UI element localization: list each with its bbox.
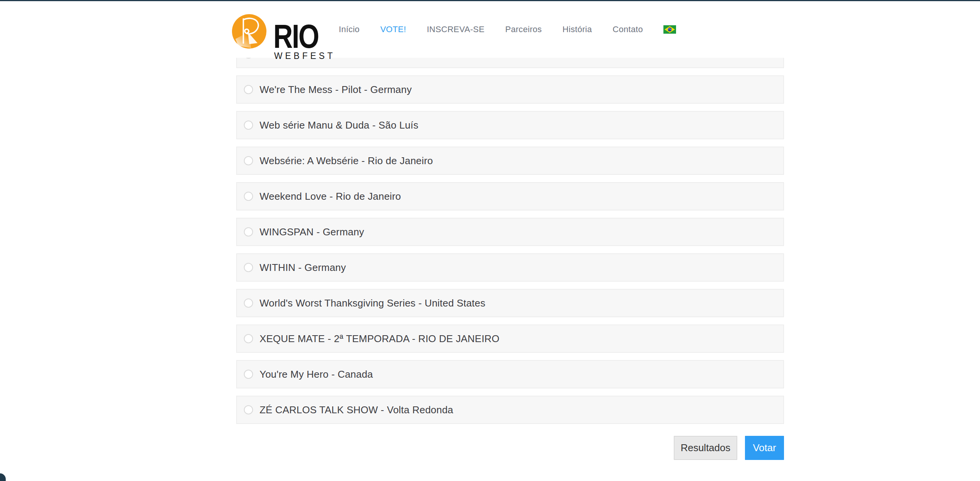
- nav-item-parceiros[interactable]: Parceiros: [505, 24, 542, 34]
- radio-button-icon[interactable]: [244, 85, 253, 94]
- radio-button-icon[interactable]: [244, 405, 253, 414]
- nav-item-incio[interactable]: Início: [339, 24, 359, 34]
- nav-item-inscrevase[interactable]: INSCREVA-SE: [427, 24, 485, 34]
- poll-option-row-1[interactable]: We're The Mess - Pilot - Germany: [236, 75, 784, 104]
- top-accent-bar: [0, 0, 980, 1]
- poll-option-label: ZÉ CARLOS TALK SHOW - Volta Redonda: [260, 404, 453, 416]
- poll-option-label: You're My Hero - Canada: [260, 368, 373, 380]
- results-button[interactable]: Resultados: [674, 436, 737, 460]
- nav-item-histria[interactable]: História: [562, 24, 592, 34]
- poll-option-label: World's Worst Thanksgiving Series - Unit…: [260, 297, 485, 309]
- poll-option-row-6[interactable]: WITHIN - Germany: [236, 253, 784, 282]
- poll-option-row-3[interactable]: Websérie: A Websérie - Rio de Janeiro: [236, 147, 784, 175]
- poll-option-row-9[interactable]: You're My Hero - Canada: [236, 360, 784, 388]
- poll-option-row-4[interactable]: Weekend Love - Rio de Janeiro: [236, 182, 784, 210]
- poll-option-label: XEQUE MATE - 2ª TEMPORADA - RIO DE JANEI…: [260, 333, 500, 345]
- radio-button-icon[interactable]: [244, 121, 253, 130]
- radio-button-icon[interactable]: [244, 156, 253, 165]
- logo-wordmark: RIO: [273, 20, 318, 53]
- nav-item-contato[interactable]: Contato: [612, 24, 643, 34]
- poll-option-row-10[interactable]: ZÉ CARLOS TALK SHOW - Volta Redonda: [236, 396, 784, 424]
- radio-button-icon[interactable]: [244, 370, 253, 379]
- poll-option-label: Weekend Love - Rio de Janeiro: [260, 191, 401, 202]
- nav-item-vote[interactable]: VOTE!: [380, 24, 406, 34]
- site-header: RIO WEBFEST InícioVOTE!INSCREVA-SEParcei…: [0, 1, 980, 58]
- poll-option-label: Web série Manu & Duda - São Luís: [260, 119, 418, 131]
- poll-option-row-5[interactable]: WINGSPAN - Germany: [236, 218, 784, 246]
- site-logo[interactable]: RIO WEBFEST: [232, 13, 328, 50]
- rio-webfest-logo-icon: [232, 14, 266, 49]
- logo-tagline: WEBFEST: [274, 52, 335, 60]
- poll-option-label: WITHIN - Germany: [260, 262, 346, 274]
- poll-option-label: Websérie: A Websérie - Rio de Janeiro: [260, 155, 433, 167]
- poll-option-label: WINGSPAN - Germany: [260, 226, 364, 238]
- nav-menu: InícioVOTE!INSCREVA-SEParceirosHistóriaC…: [339, 1, 676, 58]
- bottom-left-corner-shape: [0, 473, 6, 481]
- radio-button-icon[interactable]: [244, 227, 253, 236]
- radio-button-icon[interactable]: [244, 334, 253, 343]
- radio-button-icon[interactable]: [244, 192, 253, 201]
- poll-option-row-2[interactable]: Web série Manu & Duda - São Luís: [236, 111, 784, 139]
- radio-button-icon[interactable]: [244, 263, 253, 272]
- brazil-flag-icon[interactable]: [663, 25, 676, 34]
- radio-button-icon[interactable]: [244, 298, 253, 308]
- poll-option-row-7[interactable]: World's Worst Thanksgiving Series - Unit…: [236, 289, 784, 317]
- poll-actions: Resultados Votar: [236, 436, 784, 460]
- poll-option-label: We're The Mess - Pilot - Germany: [260, 84, 412, 96]
- vote-button[interactable]: Votar: [745, 436, 784, 460]
- poll-options-list: We're The Mess - Pilot - Germany Web sér…: [236, 40, 784, 431]
- poll-option-row-8[interactable]: XEQUE MATE - 2ª TEMPORADA - RIO DE JANEI…: [236, 324, 784, 353]
